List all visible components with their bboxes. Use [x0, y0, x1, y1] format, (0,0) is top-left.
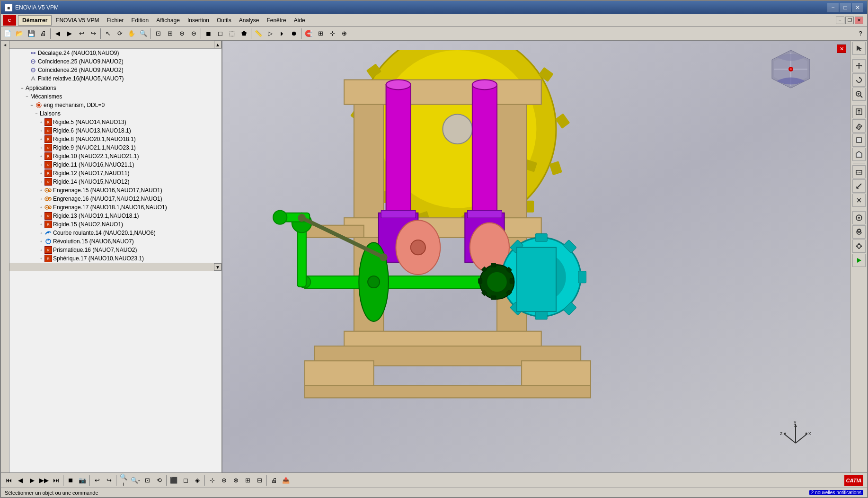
tree-node-mecanismes[interactable]: − Mécanismes: [9, 92, 221, 101]
bt-undo2-button[interactable]: ↩: [91, 475, 103, 486]
rt-measure-button[interactable]: [852, 179, 866, 193]
bt-print-button[interactable]: 🖨: [268, 475, 280, 486]
rt-select-button[interactable]: [852, 42, 866, 55]
new-button[interactable]: 📄: [2, 28, 13, 39]
tree-node-engrenage15[interactable]: + Engrenage.15 (NAUO16,NAUO17,NAUO1): [9, 186, 221, 195]
bt-play-button[interactable]: ▶: [27, 475, 38, 486]
maximize-button[interactable]: □: [840, 3, 851, 12]
fit-all-button[interactable]: ⊡: [152, 28, 164, 39]
help-button[interactable]: ?: [855, 28, 866, 39]
expand-icon-rigide11[interactable]: +: [39, 162, 44, 167]
zoom-button[interactable]: 🔍: [138, 28, 149, 39]
left-collapse-strip[interactable]: ◄: [1, 41, 9, 472]
bt-redo2-button[interactable]: ↪: [103, 475, 115, 486]
menu-enovia[interactable]: ENOVIA V5 VPM: [52, 15, 103, 26]
record-button[interactable]: ⏺: [288, 28, 300, 39]
tree-node-rigide12[interactable]: + R Rigide.12 (NAUO17,NAUO11): [9, 169, 221, 178]
menu-outils[interactable]: Outils: [213, 15, 235, 26]
expand-icon-mecanismes[interactable]: −: [25, 94, 29, 99]
tree-panel[interactable]: ▲ Décalage.24 (NAUO10,NAUO9): [9, 41, 222, 472]
pan-button[interactable]: ✋: [126, 28, 137, 39]
select-button[interactable]: ↖: [102, 28, 114, 39]
tree-node-rigide11[interactable]: + R Rigide.11 (NAUO16,NAUO21.1): [9, 160, 221, 169]
expand-icon-rigide12[interactable]: +: [39, 171, 44, 176]
bt-misc3-button[interactable]: ⊗: [230, 475, 241, 486]
tree-node-rigide15[interactable]: + R Rigide.15 (NAUO2,NAUO1): [9, 220, 221, 229]
tree-node-revolution15[interactable]: + Révolution.15 (NAUO6,NAUO7): [9, 237, 221, 246]
menu-affichage[interactable]: Affichage: [152, 15, 184, 26]
sim-button[interactable]: ▷: [265, 28, 276, 39]
bt-rotate2-button[interactable]: ⟲: [153, 475, 165, 486]
bt-stop-button[interactable]: ⏹: [65, 475, 76, 486]
minimize-button[interactable]: −: [827, 3, 839, 12]
tree-node-liaisons[interactable]: − Liaisons: [9, 109, 221, 118]
tree-node-engmech[interactable]: − eng mechanism, DDL=0: [9, 101, 221, 109]
bt-zoom-fit-button[interactable]: ⊡: [142, 475, 153, 486]
wireframe-button[interactable]: ◻: [214, 28, 226, 39]
forward-button[interactable]: ▶: [64, 28, 75, 39]
tree-node-courbe14[interactable]: + Courbe roulante.14 (NAUO20.1,NAUO6): [9, 229, 221, 237]
expand-icon-rigide8[interactable]: +: [39, 137, 44, 142]
bt-export-button[interactable]: 📤: [280, 475, 292, 486]
play-button[interactable]: ⏵: [276, 28, 288, 39]
tree-node-rigide14[interactable]: + R Rigide.14 (NAUO15,NAUO12): [9, 178, 221, 186]
tree-node-spherique17[interactable]: + R Sphérique.17 (NAUO10,NAUO23.1): [9, 254, 221, 263]
menu-aide[interactable]: Aide: [290, 15, 309, 26]
tree-node-engrenage16[interactable]: + Engrenage.16 (NAUO17,NAUO12,NAUO1): [9, 195, 221, 203]
menu-fenetre[interactable]: Fenêtre: [263, 15, 290, 26]
bt-misc4-button[interactable]: ⊞: [242, 475, 253, 486]
close-button[interactable]: ✕: [852, 3, 863, 12]
scroll-up-button[interactable]: ▲: [214, 41, 221, 48]
mdi-minimize-button[interactable]: −: [836, 17, 844, 24]
tree-node-coincidence25[interactable]: Coïncidence.25 (NAUO9,NAUO2): [9, 57, 221, 66]
expand-icon-pris16[interactable]: +: [39, 248, 44, 252]
rt-snap-button[interactable]: [852, 211, 866, 224]
expand-icon-eng17[interactable]: +: [39, 205, 44, 210]
rt-pan-button[interactable]: [852, 59, 866, 72]
zoom-out-button[interactable]: ⊖: [188, 28, 199, 39]
save-button[interactable]: 💾: [26, 28, 37, 39]
viewport-close-button[interactable]: ✕: [837, 44, 846, 53]
expand-icon-rigide14[interactable]: +: [39, 179, 44, 184]
perspective-button[interactable]: ⬟: [238, 28, 249, 39]
expand-icon-liaisons[interactable]: −: [34, 111, 39, 116]
bt-end-button[interactable]: ⏭: [50, 475, 62, 486]
zoom-in-button[interactable]: ⊕: [176, 28, 187, 39]
3d-viewport[interactable]: ✕ /* teeth rendered via polygon below */: [222, 41, 850, 472]
menu-edition[interactable]: Edition: [127, 15, 152, 26]
rt-gear-button[interactable]: [852, 240, 866, 253]
bt-misc2-button[interactable]: ⊕: [218, 475, 230, 486]
bt-prev-button[interactable]: ◀: [15, 475, 26, 486]
menu-analyse[interactable]: Analyse: [235, 15, 263, 26]
tree-node-rigide8[interactable]: + R Rigide.8 (NAUO20.1,NAUO18.1): [9, 135, 221, 143]
back-button[interactable]: ◀: [52, 28, 63, 39]
expand-icon-rigide9[interactable]: +: [39, 145, 44, 150]
tree-node-rigide9[interactable]: + R Rigide.9 (NAUO21.1,NAUO23.1): [9, 143, 221, 152]
rt-top-button[interactable]: [852, 148, 866, 161]
rt-fitall-button[interactable]: [852, 105, 866, 118]
expand-icon-rigide6[interactable]: +: [39, 128, 44, 133]
open-button[interactable]: 📂: [14, 28, 25, 39]
snap-button[interactable]: 🧲: [303, 28, 314, 39]
fit-selection-button[interactable]: ⊞: [164, 28, 176, 39]
tree-node-prismatique16[interactable]: + R Prismatique.16 (NAUO7,NAUO2): [9, 246, 221, 254]
expand-icon-engmech[interactable]: −: [29, 103, 34, 107]
mdi-restore-button[interactable]: ❐: [845, 17, 854, 24]
rt-view3d-button[interactable]: [852, 119, 866, 133]
bt-next-button[interactable]: ▶▶: [38, 475, 50, 486]
bt-misc5-button[interactable]: ⊟: [254, 475, 265, 486]
rt-rotate-button[interactable]: [852, 73, 866, 87]
bt-zoomin-button[interactable]: 🔍+: [118, 475, 129, 486]
tree-node-decalage24[interactable]: Décalage.24 (NAUO10,NAUO9): [9, 49, 221, 57]
menu-demarrer[interactable]: Démarrer: [18, 15, 52, 26]
tree-node-coincidence26[interactable]: Coïncidence.26 (NAUO9,NAUO2): [9, 66, 221, 74]
tree-node-rigide6[interactable]: + R Rigide.6 (NAUO13,NAUO18.1): [9, 126, 221, 135]
tree-node-fixite16[interactable]: Fixité relative.16(NAUO5,NAUO7): [9, 74, 221, 83]
grid-button[interactable]: ⊞: [315, 28, 326, 39]
rt-sim-button[interactable]: [852, 254, 866, 267]
axis-button[interactable]: ⊹: [327, 28, 338, 39]
expand-icon-rigide15[interactable]: +: [39, 222, 44, 227]
bt-misc1-button[interactable]: ⊹: [206, 475, 218, 486]
expand-icon-rigide10[interactable]: +: [39, 154, 44, 159]
expand-icon-eng15[interactable]: +: [39, 188, 44, 193]
